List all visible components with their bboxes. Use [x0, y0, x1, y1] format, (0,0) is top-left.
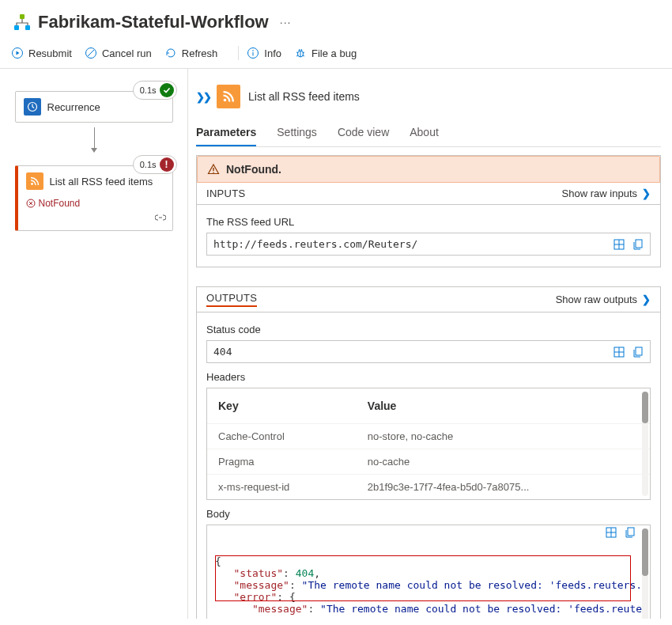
- chevron-right-icon: ❯: [642, 188, 651, 199]
- table-row: x-ms-request-id2b1f9c3e-17f7-4fea-b5d0-7…: [207, 475, 650, 500]
- step-status-badge: 0.1s: [133, 81, 177, 100]
- grid-view-icon[interactable]: [613, 239, 625, 250]
- headers-table-wrap: Key Value Cache-Controlno-store, no-cach…: [206, 388, 651, 500]
- refresh-label: Refresh: [182, 47, 218, 59]
- collapse-pane-button[interactable]: ❯❯: [196, 91, 210, 103]
- page-title: Fabrikam-Stateful-Workflow: [38, 12, 269, 32]
- grid-view-icon[interactable]: [606, 527, 617, 538]
- step-label: Recurrence: [47, 101, 100, 113]
- cancel-run-button[interactable]: Cancel run: [85, 47, 152, 59]
- grid-view-icon[interactable]: [613, 347, 625, 358]
- step-duration: 0.1s: [140, 160, 157, 169]
- chevron-right-icon: ❯: [642, 294, 651, 305]
- show-raw-outputs-link[interactable]: Show raw outputs ❯: [556, 294, 651, 305]
- status-code-field[interactable]: 404: [206, 340, 651, 363]
- status-ok-icon: [160, 83, 174, 97]
- step-error-row: NotFound: [18, 196, 172, 209]
- svg-rect-0: [20, 14, 25, 19]
- svg-point-20: [224, 99, 227, 102]
- step-error-text: NotFound: [39, 198, 81, 209]
- table-row: Pragmano-cache: [207, 449, 650, 475]
- banner-text: NotFound.: [226, 163, 281, 176]
- main-split: 0.1s Recurrence 0.1s !: [0, 69, 672, 619]
- detail-header: ❯❯ List all RSS feed items: [196, 85, 661, 108]
- detail-title: List all RSS feed items: [248, 90, 360, 103]
- headers-col-value: Value: [357, 388, 650, 424]
- svg-point-16: [31, 183, 33, 185]
- svg-point-22: [213, 172, 214, 173]
- headers-table: Key Value Cache-Controlno-store, no-cach…: [207, 388, 650, 499]
- workflow-canvas: 0.1s Recurrence 0.1s !: [0, 69, 188, 619]
- workflow-app-icon: [11, 11, 33, 33]
- svg-line-5: [88, 50, 94, 56]
- rss-icon: [217, 85, 240, 108]
- file-bug-button[interactable]: File a bug: [294, 47, 357, 59]
- svg-rect-26: [636, 240, 642, 248]
- outputs-header: OUTPUTS Show raw outputs ❯: [197, 287, 660, 312]
- svg-point-7: [253, 50, 255, 51]
- resubmit-button[interactable]: Resubmit: [11, 47, 72, 59]
- rss-icon: [26, 172, 43, 190]
- copy-icon[interactable]: [632, 347, 644, 358]
- scrollbar[interactable]: [642, 528, 648, 619]
- detail-pane: ❯❯ List all RSS feed items Parameters Se…: [188, 69, 672, 619]
- inputs-section: NotFound. INPUTS Show raw inputs ❯ The R…: [196, 155, 661, 267]
- table-row: Cache-Controlno-store, no-cache: [207, 424, 650, 449]
- outputs-section: OUTPUTS Show raw outputs ❯ Status code 4…: [196, 286, 661, 619]
- step-status-badge: 0.1s !: [133, 155, 177, 174]
- toolbar-divider: [238, 46, 239, 60]
- svg-line-14: [303, 55, 304, 56]
- headers-col-key: Key: [207, 388, 357, 424]
- tab-settings[interactable]: Settings: [277, 119, 317, 146]
- step-link-icon-row: [18, 209, 172, 225]
- info-button[interactable]: Info: [247, 47, 281, 59]
- tab-code-view[interactable]: Code view: [338, 119, 389, 146]
- page-header: Fabrikam-Stateful-Workflow ···: [0, 0, 672, 41]
- warning-icon: [207, 163, 220, 176]
- tab-parameters[interactable]: Parameters: [196, 119, 256, 146]
- svg-rect-2: [25, 25, 30, 30]
- tab-about[interactable]: About: [410, 119, 439, 146]
- info-label: Info: [264, 47, 281, 59]
- body-label: Body: [206, 508, 651, 520]
- svg-rect-34: [628, 528, 634, 536]
- refresh-button[interactable]: Refresh: [164, 47, 218, 59]
- step-label: List all RSS feed items: [50, 176, 153, 188]
- resubmit-label: Resubmit: [28, 47, 72, 59]
- inputs-header: INPUTS Show raw inputs ❯: [197, 183, 660, 205]
- body-json-viewer[interactable]: { "status": 404, "message": "The remote …: [206, 525, 651, 619]
- headers-label: Headers: [206, 371, 651, 383]
- detail-tabs: Parameters Settings Code view About: [196, 119, 661, 147]
- rss-url-value: http://feeds.reuters.com/Reuters/: [213, 238, 417, 250]
- cancel-run-label: Cancel run: [102, 47, 152, 59]
- outputs-title: OUTPUTS: [206, 292, 257, 307]
- scrollbar[interactable]: [642, 392, 648, 496]
- show-raw-inputs-link[interactable]: Show raw inputs ❯: [562, 188, 651, 199]
- step-duration: 0.1s: [140, 85, 157, 95]
- svg-rect-30: [636, 347, 642, 355]
- rss-url-field[interactable]: http://feeds.reuters.com/Reuters/: [206, 233, 651, 256]
- copy-icon[interactable]: [625, 527, 636, 538]
- copy-icon[interactable]: [632, 239, 644, 250]
- workflow-step-recurrence[interactable]: 0.1s Recurrence: [15, 91, 173, 123]
- command-bar: Resubmit Cancel run Refresh Info File a …: [0, 41, 672, 69]
- recurrence-icon: [24, 98, 41, 116]
- svg-rect-1: [14, 25, 19, 30]
- rss-url-label: The RSS feed URL: [206, 216, 651, 228]
- workflow-step-rss[interactable]: 0.1s ! List all RSS feed items NotFound: [15, 165, 173, 231]
- status-code-label: Status code: [206, 324, 651, 335]
- more-actions-button[interactable]: ···: [280, 16, 292, 28]
- file-bug-label: File a bug: [311, 47, 357, 59]
- notfound-banner: NotFound.: [197, 156, 660, 183]
- status-code-value: 404: [213, 346, 232, 358]
- inputs-title: INPUTS: [206, 188, 245, 199]
- status-error-icon: !: [160, 157, 174, 172]
- svg-line-13: [296, 55, 298, 56]
